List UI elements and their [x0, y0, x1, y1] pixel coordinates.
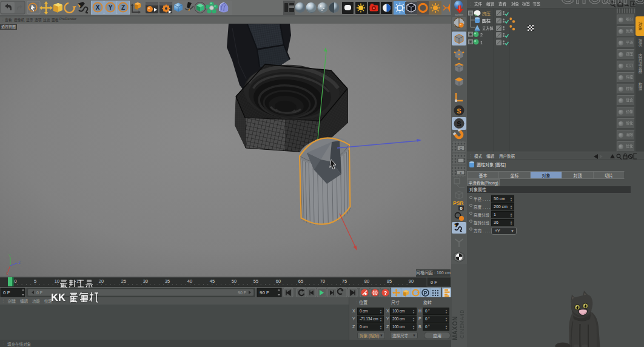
svg-text:90 F: 90 F	[260, 290, 269, 295]
svg-text:立方体: 立方体	[482, 25, 494, 31]
svg-text:Z: Z	[121, 4, 125, 11]
svg-text:挤压: 挤压	[482, 11, 491, 16]
svg-text:85: 85	[387, 278, 392, 284]
svg-text:50: 50	[232, 278, 236, 284]
svg-text:90 F: 90 F	[238, 291, 246, 295]
svg-text:X: X	[96, 4, 100, 11]
svg-text:圆柱: 圆柱	[482, 18, 491, 24]
svg-text:0: 0	[15, 278, 17, 284]
svg-text:≡: ≡	[460, 171, 461, 175]
svg-text:60: 60	[276, 278, 281, 284]
svg-text:55: 55	[253, 278, 258, 284]
svg-text:30: 30	[143, 278, 148, 284]
svg-text:screen: screen	[455, 13, 463, 16]
svg-text:90: 90	[409, 278, 414, 284]
svg-text:0: 0	[460, 206, 463, 211]
svg-text:X: X	[6, 272, 8, 275]
svg-text:Y: Y	[109, 4, 113, 11]
svg-text:S: S	[457, 120, 461, 127]
svg-text:80: 80	[364, 278, 369, 284]
svg-text:?: ?	[384, 290, 387, 296]
svg-text:5: 5	[34, 278, 36, 284]
svg-text:KK: KK	[51, 292, 65, 303]
svg-text:C: C	[460, 147, 463, 150]
svg-text:0 F: 0 F	[3, 290, 10, 295]
svg-text:40: 40	[187, 278, 192, 284]
svg-text:P: P	[423, 290, 427, 296]
svg-text:Y: Y	[8, 254, 11, 257]
svg-text:65: 65	[298, 278, 303, 284]
svg-text:S: S	[457, 107, 461, 115]
svg-text:0 F: 0 F	[36, 291, 42, 295]
svg-text:45: 45	[210, 278, 215, 284]
svg-text:0 F: 0 F	[431, 280, 437, 285]
svg-text:2: 2	[480, 33, 483, 37]
svg-text:75: 75	[342, 278, 347, 284]
svg-text:35: 35	[165, 278, 170, 284]
svg-text:1: 1	[480, 41, 483, 45]
svg-text:70: 70	[320, 278, 325, 284]
